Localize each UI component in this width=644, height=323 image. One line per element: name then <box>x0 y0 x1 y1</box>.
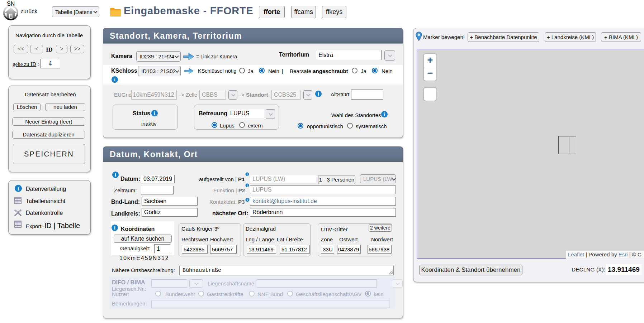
svg-text:i: i <box>384 112 385 117</box>
svg-text:i: i <box>247 173 247 176</box>
svg-text:i: i <box>247 184 247 187</box>
svg-text:i: i <box>18 186 19 192</box>
svg-text:i: i <box>114 225 115 231</box>
svg-text:i: i <box>318 91 319 97</box>
svg-text:i: i <box>114 77 115 82</box>
svg-text:i: i <box>154 111 155 116</box>
svg-text:i: i <box>115 172 116 178</box>
